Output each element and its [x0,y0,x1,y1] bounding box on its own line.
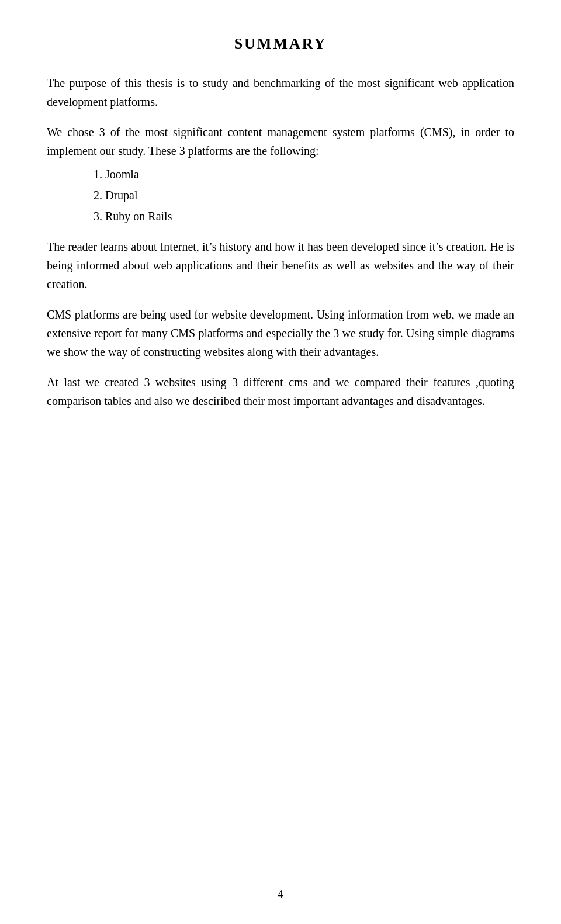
paragraph-4: CMS platforms are being used for website… [47,305,514,361]
list-item-2: 2. Drupal [94,186,514,205]
page-title: SUMMARY [47,35,514,53]
page-number: 4 [278,888,283,901]
paragraph-2: We chose 3 of the most significant conte… [47,123,514,160]
list-item-3: 3. Ruby on Rails [94,207,514,226]
platforms-list: 1. Joomla 2. Drupal 3. Ruby on Rails [47,165,514,226]
paragraph-1: The purpose of this thesis is to study a… [47,74,514,111]
page: SUMMARY The purpose of this thesis is to… [0,0,561,924]
paragraph-3: The reader learns about Internet, it’s h… [47,237,514,293]
paragraph-5: At last we created 3 websites using 3 di… [47,373,514,410]
list-item-1: 1. Joomla [94,165,514,184]
